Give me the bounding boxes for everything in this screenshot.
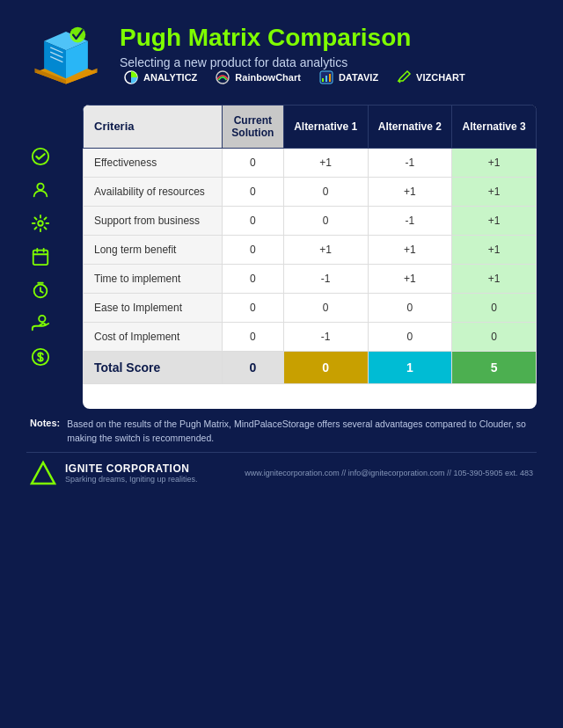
rainbow-icon (215, 69, 230, 85)
table-container: Criteria CurrentSolution Alternative 1 A… (26, 105, 537, 409)
criteria-availability: Availability of resources (84, 177, 223, 206)
svg-point-19 (38, 221, 43, 226)
svg-marker-31 (32, 462, 55, 484)
val-avail-current: 0 (222, 177, 283, 206)
time-icon (26, 273, 55, 307)
table-row: Long term benefit 0 +1 +1 +1 (84, 235, 537, 264)
val-support-current: 0 (222, 206, 283, 235)
svg-rect-20 (33, 250, 48, 265)
table-wrapper: Criteria CurrentSolution Alternative 1 A… (83, 105, 537, 409)
val-eff-alt3: +1 (452, 148, 537, 177)
header-current: CurrentSolution (222, 105, 283, 148)
page: Pugh Matrix Comparison Selecting a new p… (0, 0, 563, 728)
val-ease-alt1: 0 (283, 293, 368, 322)
header-illustration (26, 18, 106, 91)
brand-vizchart-label: VIZCHART (416, 72, 465, 83)
footer-divider (26, 452, 537, 453)
table-row: Support from business 0 0 -1 +1 (84, 206, 537, 235)
brand-dataviz-label: DATAVIZ (339, 72, 378, 83)
total-label: Total Score (84, 351, 223, 383)
company-tagline: Sparking dreams, Igniting up realities. (65, 475, 198, 484)
val-avail-alt3: +1 (452, 177, 537, 206)
sub-title: Selecting a new product for data analyti… (120, 55, 537, 69)
val-avail-alt2: +1 (368, 177, 452, 206)
val-eff-alt1: +1 (283, 148, 368, 177)
brand-vizchart: VIZCHART (396, 69, 465, 85)
header-alt1: Alternative 1 (283, 105, 368, 148)
brand-rainbowchart-label: RainbowChart (235, 72, 301, 83)
svg-rect-15 (329, 74, 331, 82)
val-time-alt3: +1 (452, 264, 537, 293)
total-current: 0 (222, 351, 283, 383)
header: Pugh Matrix Comparison Selecting a new p… (26, 18, 537, 94)
val-ease-alt2: 0 (368, 293, 452, 322)
val-time-alt2: +1 (368, 264, 452, 293)
brand-analyticz-label: ANALYTICZ (143, 72, 197, 83)
total-alt3: 5 (452, 351, 537, 383)
svg-line-26 (40, 291, 43, 293)
val-longterm-alt2: +1 (368, 235, 452, 264)
criteria-effectiveness: Effectiveness (84, 148, 223, 177)
company-logo-icon (30, 460, 56, 486)
table-row: Ease to Implement 0 0 0 0 (84, 293, 537, 322)
criteria-ease: Ease to Implement (84, 293, 223, 322)
svg-rect-14 (325, 76, 327, 82)
val-cost-current: 0 (222, 322, 283, 351)
val-time-alt1: -1 (283, 264, 368, 293)
table-header-row: Criteria CurrentSolution Alternative 1 A… (84, 105, 537, 148)
svg-point-28 (39, 316, 45, 322)
val-support-alt3: +1 (452, 206, 537, 235)
table-row: Cost of Implement 0 -1 0 0 (84, 322, 537, 351)
val-eff-current: 0 (222, 148, 283, 177)
val-support-alt1: 0 (283, 206, 368, 235)
effectiveness-icon (26, 140, 55, 173)
criteria-longterm: Long term benefit (84, 235, 223, 264)
footer: IGNITE CORPORATION Sparking dreams, Igni… (26, 460, 537, 486)
val-ease-current: 0 (222, 293, 283, 322)
header-text: Pugh Matrix Comparison Selecting a new p… (120, 18, 537, 94)
val-cost-alt1: -1 (283, 322, 368, 351)
total-score-row: Total Score 0 0 1 5 (84, 351, 537, 383)
criteria-cost: Cost of Implement (84, 322, 223, 351)
criteria-support: Support from business (84, 206, 223, 235)
val-ease-alt3: 0 (452, 293, 537, 322)
val-eff-alt2: -1 (368, 148, 452, 177)
table-body: Effectiveness 0 +1 -1 +1 Availability of… (84, 148, 537, 351)
table-footer: Total Score 0 0 1 5 (84, 351, 537, 383)
total-alt1: 0 (283, 351, 368, 383)
side-icons (26, 105, 55, 409)
brand-analyticz: ANALYTICZ (123, 69, 197, 85)
ease-icon (26, 307, 55, 340)
val-longterm-alt3: +1 (452, 235, 537, 264)
chart-icon (318, 69, 334, 85)
pie-icon (123, 69, 139, 85)
notes-section: Notes: Based on the results of the Pugh … (26, 418, 537, 446)
brand-rainbowchart: RainbowChart (215, 69, 301, 85)
header-alt3: Alternative 3 (452, 105, 537, 148)
longterm-icon (26, 240, 55, 273)
company-name: IGNITE CORPORATION (65, 462, 198, 475)
val-support-alt2: -1 (368, 206, 452, 235)
table-row: Time to implement 0 -1 +1 +1 (84, 264, 537, 293)
val-longterm-current: 0 (222, 235, 283, 264)
val-longterm-alt1: +1 (283, 235, 368, 264)
availability-icon (26, 173, 55, 207)
notes-label: Notes: (30, 418, 60, 446)
main-title: Pugh Matrix Comparison (120, 25, 537, 52)
header-criteria: Criteria (84, 105, 223, 148)
notes-text: Based on the results of the Pugh Matrix,… (67, 418, 533, 446)
val-time-current: 0 (222, 264, 283, 293)
cost-icon (26, 340, 55, 374)
footer-brand-text: IGNITE CORPORATION Sparking dreams, Igni… (65, 462, 198, 484)
pugh-table: Criteria CurrentSolution Alternative 1 A… (83, 105, 537, 384)
support-icon (26, 207, 55, 240)
svg-point-18 (37, 183, 43, 189)
criteria-time: Time to implement (84, 264, 223, 293)
header-alt2: Alternative 2 (368, 105, 452, 148)
val-cost-alt3: 0 (452, 322, 537, 351)
table-row: Effectiveness 0 +1 -1 +1 (84, 148, 537, 177)
pencil-icon (396, 69, 412, 85)
brand-dataviz: DATAVIZ (318, 69, 378, 85)
svg-rect-13 (322, 78, 324, 82)
footer-brand: IGNITE CORPORATION Sparking dreams, Igni… (30, 460, 198, 486)
